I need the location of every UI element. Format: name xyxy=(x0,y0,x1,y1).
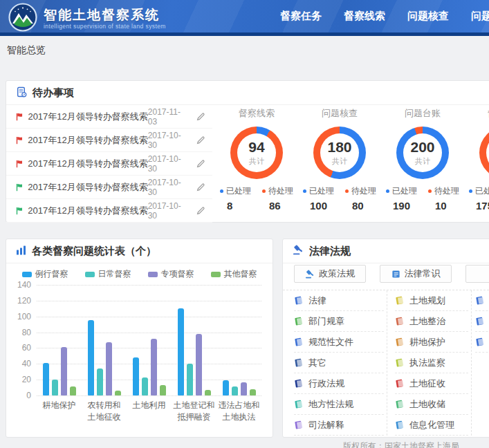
book-icon xyxy=(294,420,303,429)
legend-label: 专项督察 xyxy=(161,268,194,280)
stat-card: 问题台账200共计已处理190待处理10 xyxy=(381,107,464,212)
law-item-label: 部门规章 xyxy=(308,315,344,328)
stat-legend: 已处理190待处理10 xyxy=(381,185,464,212)
nav-item[interactable]: 问题台账 xyxy=(471,10,489,23)
book-icon xyxy=(294,337,303,346)
stat-card: 督察线索94共计已处理8待处理86 xyxy=(215,107,298,212)
legend-dot xyxy=(220,189,223,193)
law-column xyxy=(475,290,489,353)
todo-panel-title: 待办事项 xyxy=(33,86,74,100)
legend-item[interactable]: 专项督察 xyxy=(148,268,194,280)
edit-button[interactable] xyxy=(196,112,205,121)
edit-button[interactable] xyxy=(196,206,205,215)
law-item[interactable]: 部门规章 xyxy=(294,311,384,332)
bar-group xyxy=(83,285,126,395)
stat-legend-item: 已处理175 xyxy=(469,185,489,212)
bar-group xyxy=(38,285,81,395)
bar xyxy=(142,377,148,395)
law-item[interactable]: 土地整治 xyxy=(395,311,468,332)
x-axis-label: 违法占地和土地执法 xyxy=(218,400,261,423)
bar-chart-panel: 各类督察问题统计表（个） 例行督察日常督察专项督察其他督察 0204060801… xyxy=(6,239,273,438)
gavel-icon xyxy=(305,270,315,279)
bar-groups xyxy=(37,285,261,395)
legend-swatch xyxy=(22,272,32,277)
todo-item[interactable]: 2017年12月领导转办督察线索2017-11-03 xyxy=(6,105,212,129)
brand: 智能土地督察系统 intelligent supervision of stat… xyxy=(8,3,166,35)
donut-total-label: 共计 xyxy=(332,156,347,167)
todo-item[interactable]: 2017年12月领导转办督察线索2017-10-30 xyxy=(6,199,212,223)
law-button[interactable]: 法律常识 xyxy=(380,265,452,283)
nav-item[interactable]: 督察线索 xyxy=(344,10,385,23)
bar xyxy=(61,347,67,395)
law-item[interactable]: 信息化管理 xyxy=(395,415,468,436)
law-item[interactable]: 行政法规 xyxy=(294,373,384,394)
law-item[interactable]: 地方性法规 xyxy=(294,394,384,415)
todo-item-title: 2017年12月领导转办督察线索 xyxy=(28,181,147,194)
law-item[interactable] xyxy=(475,290,489,311)
law-item[interactable]: 司法解释 xyxy=(294,415,384,436)
legend-item[interactable]: 例行督察 xyxy=(22,268,68,280)
bar-chart-legend: 例行督察日常督察专项督察其他督察 xyxy=(6,268,273,280)
footer-copyright: 版权所有：国家土地督察上海局 xyxy=(304,440,489,448)
stat-legend-value: 175 xyxy=(469,200,489,212)
law-grid-divider xyxy=(387,290,387,436)
flag-icon xyxy=(16,113,23,121)
donut-center: 180共计 xyxy=(320,133,359,172)
stat-legend-label: 已处理 xyxy=(386,185,417,197)
law-button-label: 法律常识 xyxy=(405,268,441,280)
legend-swatch xyxy=(85,272,95,277)
edit-icon xyxy=(196,206,205,215)
bar-group xyxy=(173,285,216,395)
law-column: 土地规划土地整治耕地保护执法监察土地征收土地收储信息化管理 xyxy=(395,290,468,436)
law-item[interactable]: 其它 xyxy=(294,353,384,373)
todo-item-title: 2017年12月领导转办督察线索 xyxy=(28,134,147,147)
edit-button[interactable] xyxy=(196,159,205,168)
law-button[interactable]: 政策法规 xyxy=(294,265,366,283)
todo-item[interactable]: 2017年12月领导转办督察线索2017-10-30 xyxy=(6,129,212,152)
stat-legend-label: 已处理 xyxy=(469,185,489,197)
legend-item[interactable]: 其他督察 xyxy=(211,268,257,280)
book-icon xyxy=(294,296,303,305)
bar xyxy=(250,389,256,395)
bar xyxy=(232,386,238,395)
y-axis-label: 100 xyxy=(10,312,31,321)
book-icon xyxy=(395,296,404,305)
law-item[interactable]: 执法监察 xyxy=(395,353,468,373)
law-item[interactable]: 土地征收 xyxy=(395,373,468,394)
law-item[interactable]: 规范性文件 xyxy=(294,332,384,353)
bar xyxy=(52,380,58,395)
stat-legend-label: 已处理 xyxy=(303,185,334,197)
stat-legend-item: 待处理80 xyxy=(345,185,376,212)
law-item[interactable] xyxy=(475,332,489,353)
main-nav: 督察任务督察线索问题核查问题台账 xyxy=(280,0,489,32)
todo-item[interactable]: 2017年12月领导转办督察线索2017-10-30 xyxy=(6,152,212,176)
law-item[interactable]: 法律 xyxy=(294,290,384,311)
stat-legend-item: 已处理190 xyxy=(386,185,417,212)
law-column: 法律部门规章规范性文件其它行政法规地方性法规司法解释 xyxy=(294,290,384,436)
stat-legend-label: 待处理 xyxy=(428,185,459,197)
nav-item[interactable]: 问题核查 xyxy=(407,10,449,23)
law-item-label: 法律 xyxy=(308,295,326,307)
bar-chart-icon xyxy=(16,245,26,257)
edit-button[interactable] xyxy=(196,136,205,144)
y-axis-label: 20 xyxy=(10,375,31,384)
nav-item[interactable]: 督察任务 xyxy=(280,10,322,23)
law-button[interactable] xyxy=(465,265,489,283)
todo-item[interactable]: 2017年12月领导转办督察线索2017-10-30 xyxy=(6,176,212,199)
legend-dot xyxy=(428,189,432,193)
law-item[interactable]: 耕地保护 xyxy=(395,332,468,353)
law-item[interactable]: 土地收储 xyxy=(395,394,468,415)
law-item[interactable]: 土地规划 xyxy=(395,290,468,311)
law-item[interactable] xyxy=(475,311,489,332)
bar-chart-panel-header: 各类督察问题统计表（个） xyxy=(6,239,273,263)
donut-total-label: 共计 xyxy=(249,156,264,167)
breadcrumb: 智能总览 xyxy=(7,44,46,57)
legend-item[interactable]: 日常督察 xyxy=(85,268,131,280)
book-icon xyxy=(294,400,303,409)
todo-item-date: 2017-10-30 xyxy=(148,154,187,174)
bar xyxy=(178,308,184,395)
donut-total-label: 共计 xyxy=(415,156,430,167)
edit-button[interactable] xyxy=(196,183,205,192)
top-navbar: 智能土地督察系统 intelligent supervision of stat… xyxy=(0,0,489,36)
stat-title: 督察任务 xyxy=(464,107,489,121)
